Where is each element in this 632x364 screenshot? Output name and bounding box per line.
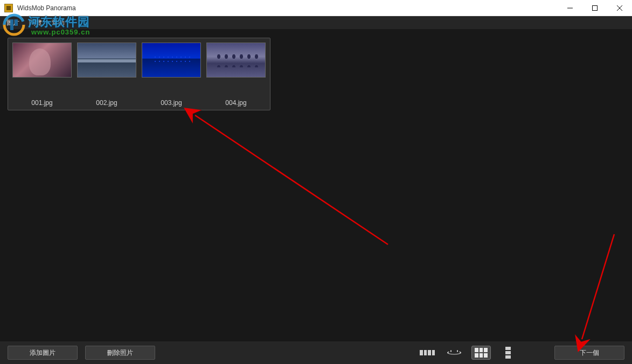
menu-bar: 圖片 閱覽 幫助	[0, 16, 632, 29]
stitch-mode-group	[418, 346, 518, 360]
window-title: WidsMob Panorama	[17, 4, 76, 12]
add-image-button[interactable]: 添加圖片	[8, 346, 78, 360]
thumbnail-image	[77, 43, 136, 78]
minimize-button[interactable]	[558, 0, 582, 16]
thumbnail-filename: 004.jpg	[225, 99, 246, 107]
menu-help[interactable]: 幫助	[52, 18, 65, 27]
thumbnail-item[interactable]: 003.jpg	[142, 43, 201, 107]
menu-file[interactable]: 圖片	[6, 18, 19, 27]
next-button[interactable]: 下一個	[554, 346, 624, 360]
close-button[interactable]	[607, 0, 632, 16]
thumbnail-filename: 002.jpg	[96, 99, 117, 107]
mode-horizontal-button[interactable]	[418, 346, 437, 360]
window-titlebar: WidsMob Panorama	[0, 0, 632, 16]
svg-line-8	[195, 115, 388, 244]
workspace: 001.jpg 002.jpg 003.jpg 004.jpg	[0, 29, 632, 341]
horizontal-stitch-icon	[420, 350, 435, 355]
bottom-toolbar: 添加圖片 刪除照片 下一個	[0, 341, 632, 364]
remove-image-button[interactable]: 刪除照片	[85, 346, 155, 360]
thumbnail-item[interactable]: 001.jpg	[12, 43, 72, 107]
thumbnail-strip: 001.jpg 002.jpg 003.jpg 004.jpg	[8, 38, 270, 110]
thumbnail-image	[206, 43, 266, 78]
svg-rect-1	[593, 5, 598, 10]
mode-tile-button[interactable]	[471, 346, 491, 360]
thumbnail-filename: 001.jpg	[31, 99, 52, 107]
thumbnail-item[interactable]: 004.jpg	[206, 43, 266, 107]
maximize-button[interactable]	[582, 0, 607, 16]
tile-stitch-icon	[475, 348, 488, 358]
window-controls	[558, 0, 632, 16]
panorama-360-icon	[447, 351, 461, 355]
thumbnail-image	[12, 43, 72, 78]
thumbnail-filename: 003.jpg	[161, 99, 182, 107]
thumbnail-image	[142, 43, 201, 78]
mode-vertical-button[interactable]	[498, 346, 518, 360]
vertical-stitch-icon	[505, 347, 511, 359]
thumbnail-item[interactable]: 002.jpg	[77, 43, 136, 107]
annotation-arrow	[189, 110, 404, 252]
mode-360-button[interactable]	[445, 346, 464, 360]
app-icon	[4, 4, 13, 12]
menu-view[interactable]: 閱覽	[29, 18, 42, 27]
